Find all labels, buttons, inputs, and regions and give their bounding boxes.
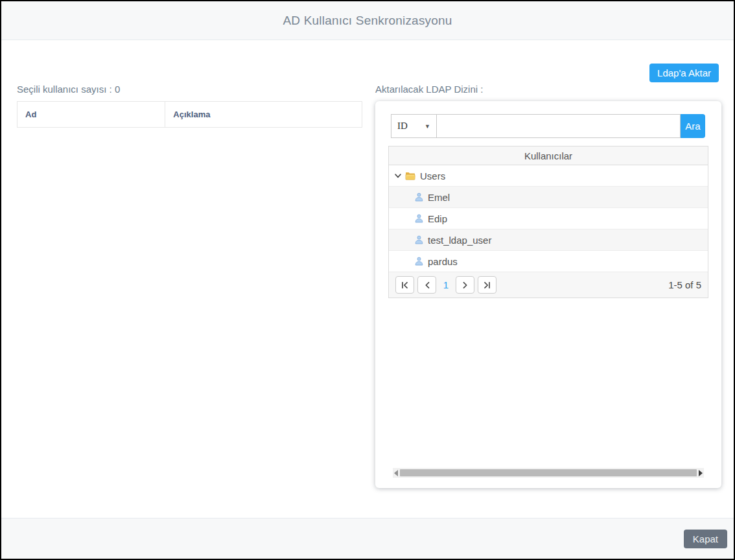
tree-collapse-icon[interactable] bbox=[395, 174, 401, 178]
scroll-left-icon[interactable] bbox=[394, 470, 398, 476]
column-header-ad: Ad bbox=[18, 102, 165, 127]
next-page-icon bbox=[463, 282, 468, 288]
dialog-title: AD Kullanıcı Senkronizasyonu bbox=[283, 14, 452, 28]
tree-user-row[interactable]: test_ldap_user bbox=[389, 229, 708, 251]
tree-user-label: Edip bbox=[428, 213, 447, 224]
tree-root-row-users[interactable]: Users bbox=[389, 165, 708, 187]
column-header-ad-label: Ad bbox=[25, 110, 36, 119]
ldap-directory-label: Aktarılacak LDAP Dizini : bbox=[375, 84, 483, 95]
user-icon bbox=[415, 235, 423, 244]
tree-user-label: Emel bbox=[428, 192, 450, 203]
tree-user-label: pardus bbox=[428, 256, 458, 267]
selected-count-label: Seçili kullanıcı sayısı : 0 bbox=[17, 84, 120, 95]
selected-users-table: Ad Açıklama bbox=[17, 101, 362, 128]
scroll-right-icon[interactable] bbox=[699, 470, 703, 476]
tree-user-row[interactable]: pardus bbox=[389, 251, 708, 272]
column-header-aciklama-label: Açıklama bbox=[173, 110, 210, 119]
tree-root-label: Users bbox=[420, 170, 445, 181]
users-tree-grid: Kullanıcılar Users bbox=[388, 146, 708, 298]
dialog-header: AD Kullanıcı Senkronizasyonu bbox=[1, 1, 734, 40]
tree-pager: 1 1-5 of 5 bbox=[389, 272, 708, 298]
last-page-button[interactable] bbox=[478, 276, 496, 294]
selected-users-table-header: Ad Açıklama bbox=[18, 102, 362, 127]
search-field-select[interactable]: ID ▼ bbox=[391, 114, 437, 138]
column-header-aciklama: Açıklama bbox=[165, 102, 362, 127]
first-page-button[interactable] bbox=[395, 276, 414, 294]
prev-page-icon bbox=[425, 282, 430, 288]
ldap-directory-panel: ID ▼ Ara Kullanıcılar bbox=[375, 101, 721, 488]
search-input[interactable] bbox=[437, 114, 681, 138]
user-icon bbox=[415, 257, 423, 266]
search-field-selected-value: ID bbox=[397, 121, 408, 132]
users-tree-header: Kullanıcılar bbox=[389, 146, 708, 165]
ad-sync-dialog: AD Kullanıcı Senkronizasyonu Ldap'a Akta… bbox=[0, 0, 735, 560]
scrollbar-thumb[interactable] bbox=[400, 469, 697, 476]
last-page-icon bbox=[484, 282, 491, 288]
user-icon bbox=[415, 192, 423, 202]
next-page-button[interactable] bbox=[456, 276, 474, 294]
prev-page-button[interactable] bbox=[417, 276, 436, 294]
search-row: ID ▼ Ara bbox=[391, 114, 705, 138]
tree-user-row[interactable]: Emel bbox=[389, 187, 708, 208]
current-page-number[interactable]: 1 bbox=[439, 279, 452, 290]
tree-user-row[interactable]: Edip bbox=[389, 208, 708, 229]
dialog-footer: Kapat bbox=[1, 518, 734, 559]
pagination-range-label: 1-5 of 5 bbox=[668, 279, 701, 290]
first-page-icon bbox=[401, 282, 408, 288]
tree-user-label: test_ldap_user bbox=[428, 235, 491, 246]
search-button[interactable]: Ara bbox=[681, 114, 705, 138]
horizontal-scrollbar[interactable] bbox=[393, 468, 704, 478]
export-to-ldap-button[interactable]: Ldap'a Aktar bbox=[649, 64, 719, 82]
folder-icon bbox=[405, 172, 415, 180]
chevron-down-icon: ▼ bbox=[425, 123, 430, 130]
close-button[interactable]: Kapat bbox=[684, 530, 727, 548]
user-icon bbox=[415, 214, 423, 223]
